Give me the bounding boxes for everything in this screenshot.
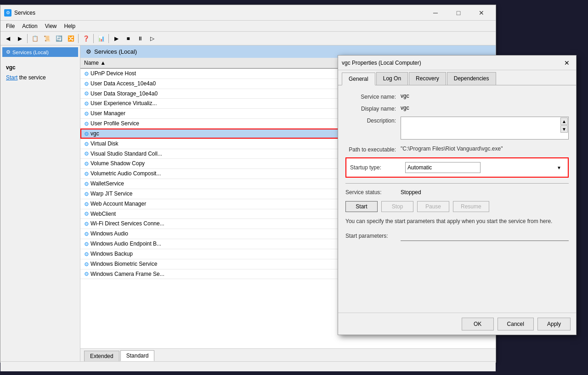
service-gear-icon: ⚙ [84,191,89,197]
tab-extended[interactable]: Extended [84,351,119,361]
dialog-close-button[interactable]: ✕ [561,57,572,68]
sidebar-service-name: vgc [6,64,74,71]
pause-service-toolbar-button[interactable]: ⏸ [135,33,146,44]
description-textarea[interactable] [401,117,569,140]
toolbar: ◀ ▶ 📋 📜 🔄 🔀 ❓ 📊 ▶ ■ ⏸ ▷ [0,32,496,45]
window-controls: ─ □ ✕ [425,6,492,20]
start-service-toolbar-button[interactable]: ▶ [111,33,122,44]
desc-scroll-down[interactable]: ▼ [560,125,568,133]
start-button[interactable]: Start [345,201,378,212]
path-row: Path to executable: "C:\Program Files\Ri… [345,146,569,153]
service-gear-icon: ⚙ [84,261,89,268]
service-gear-icon: ⚙ [84,141,89,147]
stop-service-toolbar-button[interactable]: ■ [123,33,134,44]
window-title: Services [14,10,425,16]
service-gear-icon: ⚙ [84,171,89,177]
service-name-label: Service name: [345,93,401,100]
close-button[interactable]: ✕ [471,6,492,20]
toolbar-sep-3 [93,34,94,43]
status-bar [0,361,496,371]
resume-button[interactable]: Resume [453,201,489,212]
startup-type-row: Startup type: Automatic Automatic (Delay… [350,162,564,173]
show-console-tree-button[interactable]: 📋 [29,33,40,44]
restart-service-toolbar-button[interactable]: ▷ [147,33,158,44]
service-gear-icon: ⚙ [84,131,89,137]
help-button[interactable]: ❓ [80,33,91,44]
service-name-row: Service name: vgc [345,93,569,100]
tab-recovery[interactable]: Recovery [409,72,446,85]
sidebar-icon: ⚙ [6,49,11,55]
toolbar-sep-1 [27,34,28,43]
description-label: Description: [345,117,401,124]
dialog-title-bar: vgc Properties (Local Computer) ✕ [338,56,576,70]
tab-dependencies[interactable]: Dependencies [447,72,496,85]
service-gear-icon: ⚙ [84,241,89,247]
path-value: "C:\Program Files\Riot Vanguard\vgc.exe" [401,146,569,152]
desc-scroll-up[interactable]: ▲ [560,118,568,125]
divider-1 [345,183,569,184]
properties-dialog: vgc Properties (Local Computer) ✕ Genera… [338,55,577,335]
service-status-row: Service status: Stopped [345,189,569,196]
menu-action[interactable]: Action [18,22,41,30]
startup-type-section: Startup type: Automatic Automatic (Delay… [345,157,569,178]
service-gear-icon: ⚙ [84,271,89,277]
panel-header-title: Services (Local) [94,48,137,55]
apply-button[interactable]: Apply [537,318,571,330]
menu-help[interactable]: Help [61,22,79,30]
stop-button[interactable]: Stop [381,201,413,212]
service-gear-icon: ⚙ [84,81,89,87]
service-gear-icon: ⚙ [84,211,89,217]
dialog-tabs: General Log On Recovery Dependencies [338,70,576,85]
start-service-link[interactable]: Start [6,74,17,81]
service-gear-icon: ⚙ [84,181,89,187]
sidebar-title: Services (Local) [12,50,49,55]
service-name-value: vgc [401,93,569,99]
startup-type-select[interactable]: Automatic Automatic (Delayed Start) Manu… [405,162,481,173]
ok-button[interactable]: OK [462,318,494,330]
service-gear-icon: ⚙ [84,231,89,237]
sidebar-content: vgc Start the service [2,61,78,84]
cancel-button[interactable]: Cancel [498,318,534,330]
path-label: Path to executable: [345,146,401,153]
up-one-level-button[interactable]: 📜 [41,33,52,44]
toolbar-sep-4 [108,34,109,43]
display-name-label: Display name: [345,105,401,112]
menu-bar: File Action View Help [0,21,496,32]
maximize-button[interactable]: □ [448,6,469,20]
sidebar-service-action: Start the service [6,74,74,81]
tab-general[interactable]: General [342,73,375,85]
panel-header-icon: ⚙ [86,48,91,55]
back-button[interactable]: ◀ [2,33,13,44]
display-name-row: Display name: vgc [345,105,569,112]
tab-standard[interactable]: Standard [120,350,155,361]
start-params-label: Start parameters: [345,233,401,239]
menu-file[interactable]: File [2,22,18,30]
service-gear-icon: ⚙ [84,121,89,127]
forward-button[interactable]: ▶ [14,33,25,44]
tab-bar: Extended Standard [80,348,496,361]
toolbar-sep-2 [78,34,79,43]
minimize-button[interactable]: ─ [425,6,446,20]
properties-button[interactable]: 📊 [96,33,107,44]
info-text: You can specify the start parameters tha… [345,218,569,225]
refresh-button[interactable]: 🔄 [53,33,64,44]
service-gear-icon: ⚙ [84,251,89,257]
start-params-row: Start parameters: [345,231,569,241]
startup-type-wrapper: Automatic Automatic (Delayed Start) Manu… [405,162,564,173]
export-list-button[interactable]: 🔀 [65,33,76,44]
app-icon: ⚙ [4,9,11,17]
dialog-title: vgc Properties (Local Computer) [342,60,561,66]
menu-view[interactable]: View [41,22,61,30]
tab-logon[interactable]: Log On [376,72,408,85]
start-params-input[interactable] [401,231,569,241]
sidebar-header: ⚙ Services (Local) [2,47,78,57]
service-gear-icon: ⚙ [84,90,89,97]
service-gear-icon: ⚙ [84,151,89,157]
service-gear-icon: ⚙ [84,71,89,77]
sidebar: ⚙ Services (Local) vgc Start the service [0,45,80,361]
service-status-label: Service status: [345,189,401,196]
service-gear-icon: ⚙ [84,111,89,117]
pause-button[interactable]: Pause [417,201,449,212]
service-gear-icon: ⚙ [84,201,89,207]
dialog-content: Service name: vgc Display name: vgc Desc… [338,85,576,254]
